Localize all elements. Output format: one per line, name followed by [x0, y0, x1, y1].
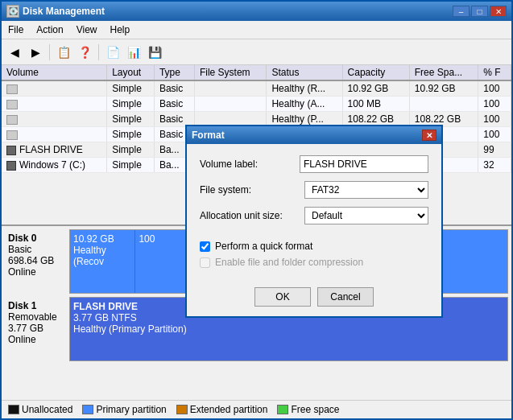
dialog-footer: OK Cancel — [187, 281, 441, 316]
dialog-body: Volume label: File system: FAT32 NTFS ex… — [187, 144, 441, 281]
file-system-select[interactable]: FAT32 NTFS exFAT — [304, 181, 428, 199]
ok-button[interactable]: OK — [254, 287, 311, 307]
alloc-unit-row: Allocation unit size: Default 512 1024 2… — [200, 207, 428, 224]
dialog-title: Format — [192, 130, 225, 141]
alloc-unit-label: Allocation unit size: — [200, 210, 304, 221]
quick-format-checkbox[interactable] — [200, 241, 210, 252]
dialog-title-bar: Format ✕ — [187, 126, 441, 144]
quick-format-label: Perform a quick format — [215, 241, 312, 252]
cancel-button[interactable]: Cancel — [317, 287, 374, 307]
compression-row: Enable file and folder compression — [200, 257, 428, 268]
spacer — [200, 233, 428, 241]
dialog-close-button[interactable]: ✕ — [422, 130, 436, 141]
format-dialog: Format ✕ Volume label: File system: FAT3… — [185, 125, 443, 318]
volume-label-label: Volume label: — [200, 159, 300, 170]
file-system-label: File system: — [200, 184, 304, 196]
compression-checkbox[interactable] — [200, 257, 210, 268]
quick-format-row: Perform a quick format — [200, 241, 428, 252]
compression-label: Enable file and folder compression — [215, 257, 363, 268]
file-system-row: File system: FAT32 NTFS exFAT — [200, 181, 428, 199]
volume-label-input[interactable] — [300, 155, 428, 173]
alloc-unit-select[interactable]: Default 512 1024 2048 4096 — [304, 207, 428, 224]
modal-overlay: Format ✕ Volume label: File system: FAT3… — [0, 0, 513, 420]
volume-label-row: Volume label: — [200, 155, 428, 173]
